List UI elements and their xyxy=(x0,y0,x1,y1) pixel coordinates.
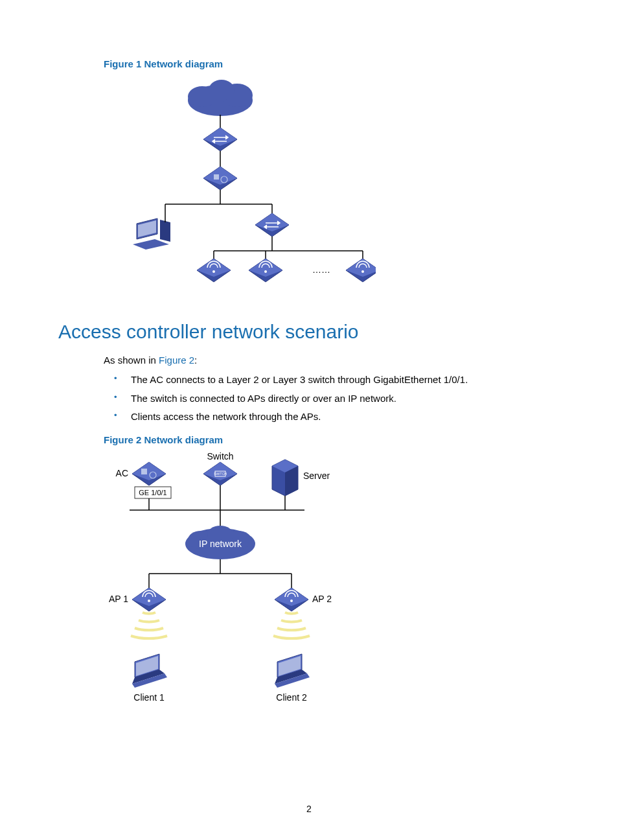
intro-suffix: : xyxy=(194,355,197,366)
server-label: Server xyxy=(303,471,330,481)
figure2-link[interactable]: Figure 2 xyxy=(159,355,194,366)
svg-point-8 xyxy=(209,80,235,100)
list-item: Clients access the network through the A… xyxy=(108,408,560,426)
ap2-label: AP 2 xyxy=(312,594,332,604)
ap-icon xyxy=(249,259,282,282)
svg-marker-15 xyxy=(133,239,169,250)
wifi-waves-icon xyxy=(131,612,167,638)
figure2-diagram: SWITCH xyxy=(104,450,560,712)
ap-icon xyxy=(132,588,166,611)
ap-icon xyxy=(275,588,308,611)
switch-icon xyxy=(203,128,237,151)
intro-prefix: As shown in xyxy=(104,355,159,366)
ip-network-cloud: IP network xyxy=(185,526,255,559)
svg-marker-13 xyxy=(160,220,170,242)
laptop-icon xyxy=(275,654,310,688)
ac-icon xyxy=(132,462,166,485)
list-item: The switch is connected to APs directly … xyxy=(108,390,560,408)
list-item: The AC connects to a Layer 2 or Layer 3 … xyxy=(108,371,560,390)
figure2-caption: Figure 2 Network diagram xyxy=(104,434,560,445)
page-number: 2 xyxy=(0,804,618,814)
client1-label: Client 1 xyxy=(133,692,165,703)
ellipsis-label: …… xyxy=(312,264,330,275)
bullet-list: The AC connects to a Layer 2 or Layer 3 … xyxy=(108,371,560,426)
client2-label: Client 2 xyxy=(276,692,307,703)
laptop-icon xyxy=(132,654,167,688)
switch-icon xyxy=(255,213,289,237)
wifi-waves-icon xyxy=(273,612,310,638)
intro-paragraph: As shown in Figure 2: xyxy=(104,355,560,366)
ac-label: AC xyxy=(116,468,128,478)
figure1-diagram: …… xyxy=(104,75,560,298)
ipnetwork-label: IP network xyxy=(199,539,242,549)
ap1-label: AP 1 xyxy=(109,594,128,604)
cloud-icon xyxy=(188,80,253,116)
section-heading: Access controller network scenario xyxy=(58,321,560,343)
ac-icon xyxy=(203,167,237,190)
server-icon xyxy=(272,460,298,496)
switch-icon xyxy=(203,462,237,485)
ap-icon xyxy=(197,259,231,282)
switch-label: Switch xyxy=(207,451,233,461)
ge-port-label: GE 1/0/1 xyxy=(139,489,166,496)
ap-icon xyxy=(346,259,376,282)
figure1-caption: Figure 1 Network diagram xyxy=(104,58,560,69)
